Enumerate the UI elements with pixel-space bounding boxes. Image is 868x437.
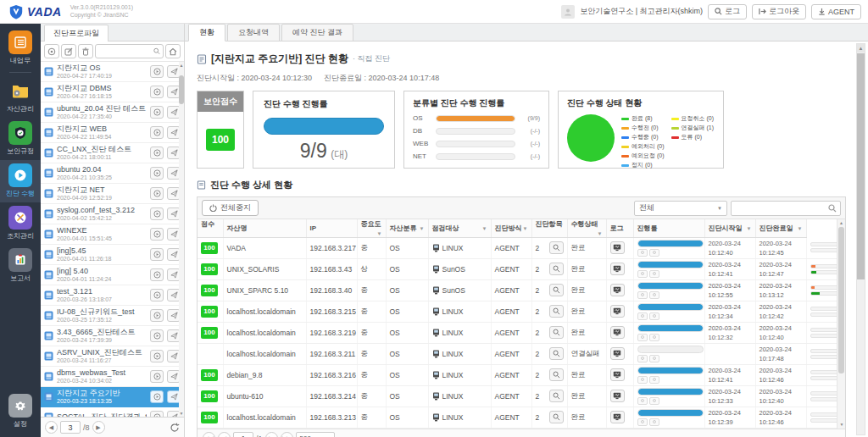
grid-column-header[interactable]: 수행상태▼ [567, 219, 606, 237]
profile-list-item[interactable]: 3.43_6665_진단테스트 2020-03-24 17:39:39 [41, 326, 184, 346]
row-stop-button[interactable] [649, 376, 659, 384]
profile-list-item[interactable]: ubuntu_20.04 진단 테스트 2020-04-22 17:35:40 [41, 102, 184, 123]
profile-list-item[interactable]: 지란지교 DBMS 2020-04-27 16:18:15 [41, 82, 184, 102]
row-stop-button[interactable] [649, 397, 659, 405]
profile-list-item[interactable]: syslog.conf_test_3.212 2020-04-02 15:42:… [41, 204, 184, 224]
profile-item-run-button[interactable] [150, 411, 164, 417]
scroll-up-icon[interactable]: ▲ [179, 63, 184, 68]
row-stop-button[interactable] [649, 249, 659, 257]
grid-column-header[interactable]: 자산명▼ [223, 219, 306, 237]
filter-caret-icon[interactable]: ▼ [420, 226, 425, 231]
view-log-button[interactable] [610, 347, 625, 360]
log-button[interactable]: 로그 [708, 4, 747, 19]
view-items-button[interactable] [549, 326, 564, 339]
view-log-button[interactable] [610, 241, 625, 254]
next-page-button[interactable]: ▶ [92, 421, 105, 434]
tab-diagnosis-profile[interactable]: 진단프로파일 [44, 25, 108, 41]
row-stop-button[interactable] [649, 270, 659, 278]
page-number-input[interactable] [60, 421, 81, 434]
view-items-button[interactable] [549, 390, 564, 402]
view-log-button[interactable] [610, 326, 625, 339]
view-items-button[interactable] [549, 241, 564, 254]
grid-column-header[interactable]: 점검대상▼ [428, 219, 491, 237]
profile-list-item[interactable]: [ing]5.45 2020-04-01 11:26:18 [41, 245, 184, 265]
scroll-down-icon[interactable]: ▼ [837, 421, 846, 429]
profile-list-item[interactable]: ASRV_UNIX_진단테스트 2020-03-24 11:16:27 [41, 346, 184, 367]
row-pause-button[interactable] [637, 313, 648, 320]
sidebar-item-settings[interactable]: 설정 [0, 390, 41, 437]
next-page-button[interactable]: ▶ [265, 432, 278, 437]
profile-delete-button[interactable] [78, 44, 93, 58]
row-stop-button[interactable] [649, 334, 659, 341]
profile-list-item[interactable]: WINEXE 2020-04-01 15:51:45 [41, 224, 184, 245]
profile-item-run-button[interactable] [150, 187, 164, 200]
row-pause-button[interactable] [637, 397, 648, 405]
profile-list-item[interactable]: SOCTAL_진단_진단결과_t [41, 407, 184, 417]
view-items-button[interactable] [549, 368, 564, 381]
profile-list-item[interactable]: IU-08_신규키워드_test 2020-03-25 17:35:12 [41, 306, 184, 326]
profile-item-run-button[interactable] [150, 370, 164, 383]
scroll-up-icon[interactable]: ▲ [837, 219, 845, 227]
profile-list-item[interactable]: 지란지교 NET 2020-04-09 12:52:19 [41, 184, 184, 204]
grid-column-header[interactable]: 로그▼ [606, 219, 633, 237]
tab-request-history[interactable]: 요청내역 [227, 24, 280, 41]
prev-page-button[interactable]: ◀ [218, 432, 231, 437]
view-log-button[interactable] [610, 411, 625, 423]
profile-item-run-button[interactable] [150, 268, 164, 281]
scrollbar-thumb[interactable] [838, 227, 844, 373]
profile-edit-button[interactable] [61, 44, 76, 58]
profile-item-run-button[interactable] [150, 126, 164, 139]
profile-item-run-button[interactable] [150, 309, 164, 322]
grid-column-header[interactable]: 진단시작일▼ [704, 219, 755, 237]
column-filter-select[interactable]: 전체▼ [634, 201, 727, 216]
content-scrollbar[interactable]: ▲ [856, 43, 865, 435]
agent-download-button[interactable]: AGENT [811, 4, 861, 19]
row-pause-button[interactable] [637, 355, 648, 362]
grid-column-header[interactable]: 진단방식▼ [491, 219, 531, 237]
filter-caret-icon[interactable]: ▼ [598, 231, 603, 236]
view-items-button[interactable] [549, 263, 564, 275]
profile-list-item[interactable]: 지란지교 주요기반 2020-03-23 18:13:35 [41, 387, 184, 407]
profile-item-run-button[interactable] [150, 350, 164, 362]
filter-caret-icon[interactable]: ▼ [523, 226, 528, 231]
profile-item-run-button[interactable] [150, 289, 164, 301]
profile-list-scrollbar[interactable]: ▲ ▼ [179, 62, 184, 417]
profile-list-item[interactable]: 지란지교 OS 2020-04-27 17:40:19 [41, 62, 184, 82]
refresh-button[interactable] [170, 423, 180, 433]
filter-caret-icon[interactable]: ▼ [747, 226, 752, 231]
sidebar-item-reports[interactable]: 보고서 [0, 245, 41, 287]
view-log-button[interactable] [610, 284, 625, 296]
profile-item-run-button[interactable] [150, 106, 164, 119]
profile-list-item[interactable]: dbms_webwas_Test 2020-03-24 10:34:02 [41, 367, 184, 387]
profile-list-item[interactable]: CC_LNX_진단 테스트 2020-04-21 18:00:11 [41, 143, 184, 163]
profile-item-run-button[interactable] [150, 207, 164, 220]
profile-home-button[interactable] [165, 44, 181, 58]
row-stop-button[interactable] [649, 313, 659, 320]
view-items-button[interactable] [549, 305, 564, 318]
profile-item-run-button[interactable] [150, 390, 164, 403]
grid-column-header[interactable]: 진행률▼ [633, 219, 704, 237]
last-page-button[interactable]: ▶▶ [281, 432, 293, 437]
filter-caret-icon[interactable]: ▼ [798, 226, 803, 231]
profile-search-input[interactable] [98, 47, 153, 56]
profile-list-item[interactable]: [ing] 5.40 2020-04-01 11:24:24 [41, 265, 184, 285]
profile-item-run-button[interactable] [150, 65, 164, 78]
first-page-button[interactable]: ◀◀ [203, 432, 215, 437]
filter-caret-icon[interactable]: ▼ [377, 231, 382, 236]
grid-scrollbar[interactable]: ▲ ▼ [837, 219, 845, 429]
profile-list-item[interactable]: 지란지교 WEB 2020-04-22 11:49:54 [41, 123, 184, 143]
view-items-button[interactable] [549, 347, 564, 360]
row-pause-button[interactable] [637, 249, 648, 257]
view-log-button[interactable] [610, 368, 625, 381]
view-items-button[interactable] [549, 284, 564, 296]
profile-item-run-button[interactable] [150, 248, 164, 261]
profile-item-run-button[interactable] [150, 329, 164, 342]
profile-list-item[interactable]: test_3.121 2020-03-26 13:18:07 [41, 285, 184, 306]
view-log-button[interactable] [610, 390, 625, 402]
grid-search-input[interactable] [735, 204, 828, 213]
page-size-select[interactable]: 500▼ [296, 432, 335, 437]
search-icon[interactable] [153, 47, 160, 55]
filter-caret-icon[interactable]: ▼ [482, 226, 487, 231]
tab-scheduled-results[interactable]: 예약 진단 결과 [281, 24, 353, 41]
prev-page-button[interactable]: ◀ [45, 421, 58, 434]
